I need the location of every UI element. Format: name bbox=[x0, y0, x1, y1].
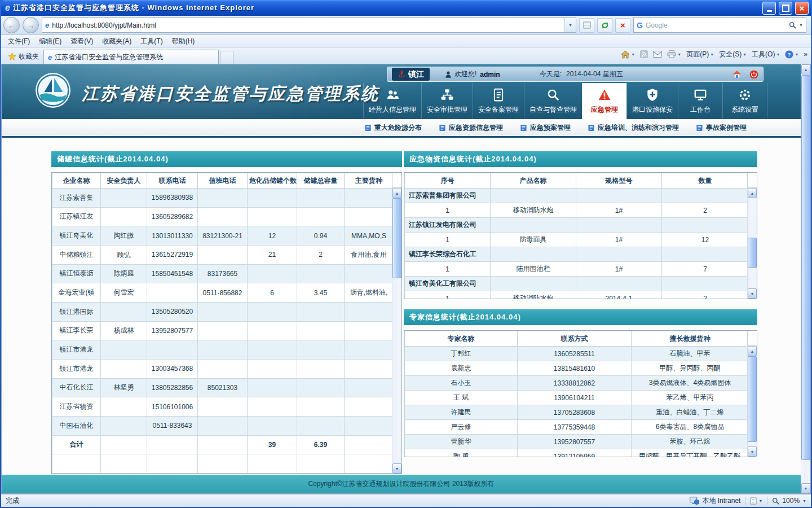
nav-item-people[interactable]: 经营人信息管理 bbox=[363, 83, 421, 119]
table-row[interactable]: 镇江恒泰沥陈炳庭1585045154883173665 bbox=[52, 264, 394, 283]
table-row[interactable]: 江苏索普集15896380938 bbox=[52, 189, 394, 208]
menu-item-0[interactable]: 文件(F) bbox=[3, 36, 34, 47]
read-mail-button[interactable] bbox=[653, 51, 662, 58]
subnav-item[interactable]: 事故案例管理 bbox=[696, 123, 747, 133]
table-row[interactable]: 石小玉133388128623类易燃液体、4类易燃固体 bbox=[405, 376, 749, 391]
nav-item-workbench[interactable]: 工作台 bbox=[678, 83, 722, 119]
scroll-down-button[interactable]: ▼ bbox=[801, 483, 810, 493]
menu-item-1[interactable]: 编辑(E) bbox=[34, 36, 66, 47]
table-row[interactable]: 镇江奇美化工有限公司 bbox=[405, 277, 749, 291]
print-button[interactable]: ▼ bbox=[667, 50, 681, 58]
scroll-up-button[interactable]: ▲ bbox=[392, 188, 401, 198]
table-row[interactable]: 王 斌13906104211苯乙烯、甲苯丙 bbox=[405, 391, 749, 405]
scroll-thumb[interactable] bbox=[392, 198, 401, 278]
scroll-thumb[interactable] bbox=[748, 238, 757, 268]
table-row[interactable]: 金海宏业(镇何雪宏0511-85688263.45沥青,燃料油, bbox=[52, 283, 394, 303]
scroll-down-button[interactable]: ▼ bbox=[392, 463, 401, 474]
subnav-item[interactable]: 应急培训、演练和演习管理 bbox=[588, 123, 679, 133]
search-button[interactable] bbox=[789, 21, 796, 29]
address-dropdown[interactable]: ▼ bbox=[564, 18, 576, 32]
scroll-up-button[interactable]: ▲ bbox=[748, 346, 757, 356]
table-row[interactable]: 江苏镇江发电有限公司 bbox=[405, 218, 749, 233]
page-scrollbar[interactable]: ▲ ▼ bbox=[801, 64, 810, 493]
logout-button[interactable] bbox=[749, 70, 758, 79]
back-button[interactable]: ← bbox=[3, 17, 20, 33]
supplies-scrollbar[interactable]: ▲ ▼ bbox=[747, 188, 757, 299]
nav-item-orgchart[interactable]: 安全审批管理 bbox=[421, 83, 473, 119]
table-row[interactable]: 中国石油化0511-833643 bbox=[52, 416, 394, 435]
table-row[interactable]: 合计396.39 bbox=[52, 435, 394, 454]
table-row[interactable]: 镇江奇美化陶红皦1301301133083121300-21120.94MMA,… bbox=[52, 226, 394, 246]
zoom-control[interactable]: 100% ▼ bbox=[772, 497, 806, 505]
table-row[interactable]: 1陆用围油栏1#7 bbox=[405, 262, 749, 277]
subnav-item[interactable]: 重大危险源分布 bbox=[364, 123, 422, 133]
subnav-item[interactable]: 应急资源信息管理 bbox=[439, 123, 503, 133]
table-row[interactable]: 镇江市港龙 bbox=[52, 340, 394, 360]
close-button[interactable]: × bbox=[795, 2, 809, 15]
nav-item-gear[interactable]: 系统设置 bbox=[722, 83, 767, 119]
table-row[interactable]: 1移动消防水炮2014-4-12 bbox=[405, 291, 749, 300]
column-header: 联系方式 bbox=[518, 331, 632, 347]
minimize-button[interactable] bbox=[762, 2, 776, 15]
nav-item-warning[interactable]: 应急管理 bbox=[582, 83, 626, 119]
menu-item-4[interactable]: 工具(T) bbox=[136, 36, 167, 47]
table-row[interactable]: 江苏省物资15106101006 bbox=[52, 397, 394, 417]
nav-item-shield[interactable]: 港口设施保安 bbox=[626, 83, 678, 119]
city-badge[interactable]: 镇江 bbox=[392, 68, 430, 81]
table-row[interactable]: 中石化长江林坚勇1380528285685021303 bbox=[52, 378, 394, 397]
forward-button[interactable]: → bbox=[23, 17, 39, 33]
help-button[interactable]: ?▼ bbox=[785, 50, 798, 59]
home-page-button[interactable] bbox=[732, 70, 742, 79]
stop-button[interactable]: × bbox=[615, 18, 630, 33]
table-row[interactable]: 管新华13952807557苯胺、环己烷 bbox=[405, 435, 749, 449]
table-row[interactable]: 镇江市港龙13003457368 bbox=[52, 359, 394, 378]
tab-active[interactable]: e 江苏省港口安全监管与应急管理系统 bbox=[43, 50, 219, 64]
nav-item-magnifier[interactable]: 自查与督查管理 bbox=[524, 83, 582, 119]
scroll-down-button[interactable]: ▼ bbox=[748, 446, 757, 457]
menu-item-3[interactable]: 收藏夹(A) bbox=[98, 36, 136, 47]
table-row[interactable]: 1移动消防水炮1#2 bbox=[405, 203, 749, 218]
experts-scrollbar[interactable]: ▲ ▼ bbox=[747, 346, 757, 457]
compatibility-view-button[interactable] bbox=[579, 18, 594, 33]
page-menu-button[interactable]: 页面(P)▼ bbox=[686, 50, 714, 59]
table-row[interactable] bbox=[52, 454, 394, 474]
table-row[interactable]: 严云修137753594486类毒害品、8类腐蚀品 bbox=[405, 420, 749, 435]
table-row[interactable]: 江苏镇江发13605289682 bbox=[52, 207, 394, 226]
new-tab-button[interactable] bbox=[220, 51, 233, 64]
address-bar[interactable]: e http://localhost:8080/yjpt/Main.html ▼ bbox=[42, 17, 576, 33]
subnav-item[interactable]: 应急预案管理 bbox=[520, 123, 571, 133]
scroll-thumb[interactable] bbox=[748, 356, 757, 442]
protected-mode-button[interactable]: ▼ bbox=[750, 497, 762, 505]
home-button[interactable]: ▼ bbox=[621, 50, 635, 59]
search-box[interactable]: G Google ▼ bbox=[633, 17, 806, 33]
favorites-button[interactable]: 收藏夹 bbox=[3, 50, 43, 63]
maximize-button[interactable] bbox=[779, 2, 792, 15]
table-row[interactable]: 丁邦红13605285511石脑油、甲苯 bbox=[405, 347, 749, 361]
scroll-up-button[interactable]: ▲ bbox=[748, 188, 757, 198]
table-row[interactable]: 袁新忠13815481610甲醇、异丙醇、丙酮 bbox=[405, 361, 749, 376]
nav-item-document[interactable]: 安全备案管理 bbox=[473, 83, 524, 119]
menu-item-2[interactable]: 查看(V) bbox=[66, 36, 98, 47]
table-row[interactable]: 许建民13705283608重油、白蜡油、丁二烯 bbox=[405, 405, 749, 420]
table-cell bbox=[248, 416, 297, 435]
scroll-thumb[interactable] bbox=[801, 75, 810, 460]
tank-scrollbar[interactable]: ▲ ▼ bbox=[392, 188, 401, 474]
feeds-button[interactable] bbox=[640, 50, 648, 58]
tools-menu-button[interactable]: 工具(O)▼ bbox=[752, 50, 780, 59]
search-dropdown[interactable]: ▼ bbox=[799, 23, 803, 27]
table-row[interactable]: 中储粮镇江顾弘13615272919212食用油,食用 bbox=[52, 245, 394, 264]
menu-item-5[interactable]: 帮助(H) bbox=[167, 36, 200, 47]
table-cell bbox=[345, 340, 394, 360]
table-row[interactable]: 陶 勇13912105959甲缩醛、甲基异丁基酮、乙酸乙酯 bbox=[405, 449, 749, 458]
overflow-chevron[interactable]: » bbox=[804, 50, 807, 58]
table-row[interactable]: 江苏索普集团有限公司 bbox=[405, 189, 749, 203]
scroll-up-button[interactable]: ▲ bbox=[801, 64, 810, 75]
table-row[interactable]: 镇江李长荣杨成林13952807577 bbox=[52, 321, 394, 340]
table-row[interactable]: 镇江李长荣综合石化工 bbox=[405, 247, 749, 262]
scroll-down-button[interactable]: ▼ bbox=[748, 288, 757, 299]
table-cell bbox=[101, 435, 147, 454]
table-row[interactable]: 1防毒面具1#12 bbox=[405, 233, 749, 247]
table-row[interactable]: 镇江港国际13505280520 bbox=[52, 302, 394, 321]
refresh-button[interactable] bbox=[597, 18, 612, 33]
safety-menu-button[interactable]: 安全(S)▼ bbox=[719, 50, 747, 59]
